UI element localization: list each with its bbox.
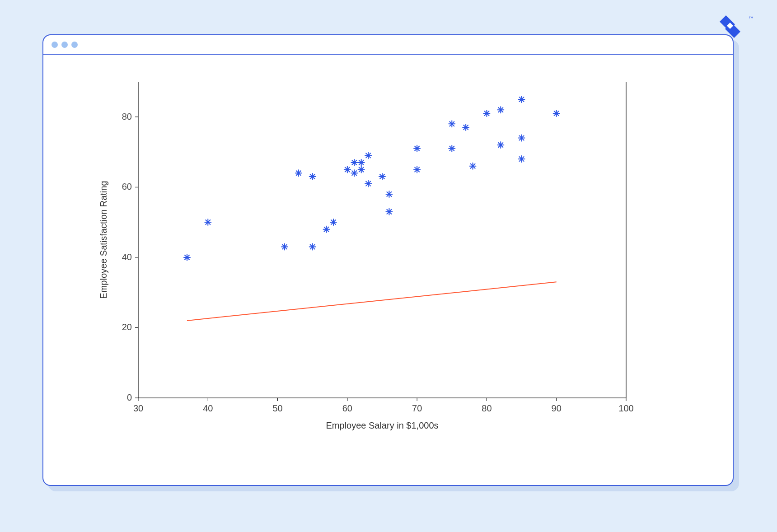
y-axis-label: Employee Satisfaction Rating — [98, 181, 108, 299]
data-point — [351, 170, 357, 176]
x-tick-label: 50 — [272, 403, 282, 413]
data-point — [519, 156, 525, 162]
data-point — [519, 96, 525, 103]
data-point — [358, 159, 365, 166]
data-point — [281, 244, 288, 250]
data-point — [351, 159, 357, 166]
data-point — [365, 152, 371, 159]
data-point — [309, 173, 316, 180]
data-point — [519, 135, 525, 141]
x-tick-label: 80 — [482, 403, 491, 413]
data-point — [365, 181, 371, 187]
data-point — [379, 173, 385, 180]
data-point — [386, 209, 392, 215]
data-point — [463, 124, 469, 131]
data-point — [553, 110, 560, 117]
window-dot-1 — [51, 42, 58, 48]
trademark-symbol: ™ — [749, 15, 754, 21]
data-point — [205, 219, 211, 225]
data-point — [358, 166, 365, 173]
chart-area: 30405060708090100020406080Employee Salar… — [43, 55, 733, 485]
x-tick-label: 90 — [552, 403, 562, 413]
data-point — [449, 145, 455, 152]
y-tick-label: 0 — [127, 392, 132, 402]
data-point — [414, 166, 420, 173]
y-tick-label: 20 — [122, 322, 132, 332]
window-titlebar — [43, 35, 733, 55]
x-tick-label: 40 — [203, 403, 213, 413]
x-tick-label: 100 — [618, 403, 633, 413]
window-dot-3 — [71, 42, 78, 48]
window-dot-2 — [61, 42, 68, 48]
x-axis-label: Employee Salary in $1,000s — [326, 420, 438, 430]
data-point — [330, 219, 337, 225]
data-point — [323, 226, 330, 233]
data-point — [497, 107, 504, 113]
data-point — [470, 163, 476, 169]
y-tick-label: 40 — [122, 252, 132, 262]
scatter-chart: 30405060708090100020406080Employee Salar… — [43, 55, 733, 486]
browser-window: 30405060708090100020406080Employee Salar… — [42, 34, 734, 486]
data-point — [295, 170, 302, 176]
data-point — [414, 145, 420, 152]
y-tick-label: 60 — [122, 182, 132, 191]
x-tick-label: 30 — [133, 403, 143, 413]
data-point — [483, 110, 490, 117]
x-tick-label: 70 — [412, 403, 422, 413]
x-tick-label: 60 — [342, 403, 352, 413]
regression-line — [187, 282, 557, 321]
data-point — [184, 254, 190, 261]
data-point — [309, 244, 316, 250]
data-point — [386, 191, 392, 197]
data-point — [497, 142, 504, 148]
data-point — [449, 121, 455, 127]
y-tick-label: 80 — [122, 112, 132, 121]
data-point — [344, 166, 351, 173]
